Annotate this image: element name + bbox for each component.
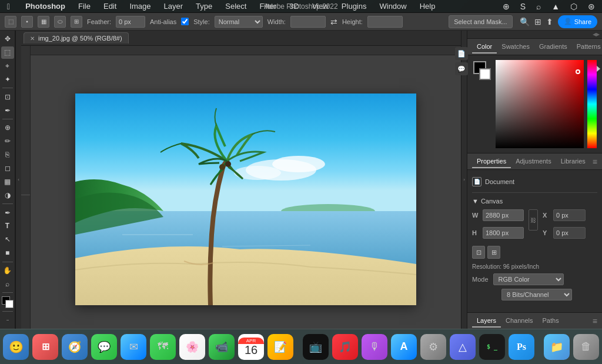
panel-search-icon[interactable]: 🔍 [520,17,530,26]
background-color-swatch[interactable] [479,68,491,80]
tool-dodge[interactable]: ◑ [1,189,14,201]
tab-patterns[interactable]: Patterns [572,41,602,54]
dock-messages[interactable]: 💬 [91,334,117,360]
mode-select[interactable]: RGB Color CMYK Color Grayscale Lab Color [493,273,564,285]
tool-path[interactable]: ↖ [1,233,14,246]
dock-finder[interactable]: 🙂 [3,334,29,360]
menu-edit[interactable]: Edit [101,1,119,11]
dock-calendar[interactable]: APR 16 [238,334,264,360]
dock-facetime[interactable]: 📹 [209,334,235,360]
toolbar-fg-color[interactable] [2,296,14,308]
tab-paths[interactable]: Paths [538,315,564,328]
height-input[interactable] [367,16,403,28]
dock-photos[interactable]: 🌸 [179,334,205,360]
dock-launchpad[interactable]: ⊞ [32,334,58,360]
dock-altimeter[interactable]: △ [450,334,476,360]
tool-pen[interactable]: ✒ [1,206,14,219]
anti-alias-checkbox[interactable] [181,18,189,25]
siri-icon[interactable]: S [518,1,528,12]
collapse-right-arrow[interactable]: › [461,31,467,329]
canvas-x-input[interactable] [553,209,586,221]
share-button[interactable]: 👤 Share [558,15,597,28]
layers-panel-menu-icon[interactable]: ≡ [593,316,597,326]
menu-select[interactable]: Select [223,1,249,11]
tool-shape-2[interactable]: ▦ [38,16,49,28]
tool-shape-4[interactable]: ⊞ [71,16,82,28]
canvas-width-input[interactable] [483,209,524,221]
bits-select[interactable]: 8 Bits/Channel 16 Bits/Channel 32 Bits/C… [501,289,572,300]
menu-help[interactable]: Help [417,1,438,11]
dock-appstore[interactable]: A [391,334,417,360]
dock-trash[interactable]: 🗑 [573,334,599,360]
canvas-area[interactable] [21,46,461,329]
tool-brush[interactable]: ✏ [1,135,14,148]
properties-panel-menu-icon[interactable]: ≡ [593,157,597,166]
tool-shape-1[interactable]: ▪ [21,16,33,28]
panel-comment-icon[interactable]: 💬 [455,62,468,75]
width-input[interactable] [290,16,326,28]
dock-downloads[interactable]: 📁 [544,334,570,360]
tool-move[interactable]: ✥ [1,33,14,45]
panel-cloud-icon[interactable]: ⬆ [546,17,553,26]
menu-plugins[interactable]: Plugins [339,1,369,11]
search-icon[interactable]: ⌕ [534,1,543,12]
tab-color[interactable]: Color [472,41,497,54]
canvas-section-header[interactable]: ▼ Canvas [472,198,597,205]
fg-bg-swatches[interactable] [472,60,492,85]
tab-layers[interactable]: Layers [472,315,501,328]
tab-adjustments[interactable]: Adjustments [511,155,556,168]
battery-icon[interactable]: ⬡ [568,1,580,12]
tab-properties[interactable]: Properties [472,155,511,168]
app-name[interactable]: Photoshop [23,1,68,11]
tool-lasso[interactable]: ⌖ [1,60,14,72]
toolbar-more[interactable]: ··· [1,314,14,326]
dock-maps[interactable]: 🗺 [150,334,176,360]
style-select[interactable]: Normal Fixed Ratio Fixed Size [215,16,263,28]
canvas-image[interactable] [75,93,416,305]
canvas-height-input[interactable] [483,227,524,239]
tool-heal[interactable]: ⊕ [1,122,14,134]
tool-shape[interactable]: ■ [1,247,14,259]
dock-photoshop[interactable]: Ps [509,334,534,360]
dock-music[interactable]: 🎵 [332,334,358,360]
tool-hand[interactable]: ✋ [1,265,14,277]
dock-terminal[interactable]: $ _ [479,334,505,360]
menu-layer[interactable]: Layer [162,1,186,11]
tab-close-icon[interactable]: ✕ [30,35,35,42]
tool-marquee[interactable]: ⬚ [1,46,14,59]
panel-layer-icon[interactable]: 📄 [455,47,468,60]
apple-menu[interactable]:  [5,1,12,12]
select-mask-button[interactable]: Select and Mask... [449,15,513,28]
canvas-y-input[interactable] [553,227,586,239]
fit-canvas-button[interactable]: ⊡ [472,246,485,259]
dock-systemprefs[interactable]: ⚙ [420,334,446,360]
document-tab[interactable]: ✕ img_20.jpg @ 50% (RGB/8#) [24,32,129,44]
dock-safari[interactable]: 🧭 [62,334,88,360]
tool-preset-icon[interactable]: ⬚ [5,16,16,28]
document-button[interactable]: 📄 Document [472,175,597,189]
feather-input[interactable] [116,16,145,28]
tool-type[interactable]: T [1,220,14,232]
tab-swatches[interactable]: Swatches [497,41,534,54]
color-spectrum-bar[interactable] [587,60,597,148]
tab-gradients[interactable]: Gradients [534,41,572,54]
dock-appletv[interactable]: 📺 [303,334,329,360]
color-gradient-picker[interactable] [496,60,584,148]
tool-zoom[interactable]: ⌕ [1,278,14,290]
tool-gradient[interactable]: ▦ [1,176,14,188]
tool-shape-3[interactable]: ⬭ [54,16,66,28]
tool-eyedropper[interactable]: ✒ [1,104,14,116]
control-center-icon[interactable]: ⊕ [500,1,512,12]
dock-mail[interactable]: ✉ [121,334,146,360]
menu-type[interactable]: Type [193,1,215,11]
menu-image[interactable]: Image [127,1,153,11]
tab-libraries[interactable]: Libraries [556,155,590,168]
collapse-left-arrow[interactable]: ‹ [15,31,21,329]
tool-clone[interactable]: ⎘ [1,149,14,161]
tool-crop[interactable]: ⊡ [1,91,14,103]
tool-magic-wand[interactable]: ✦ [1,74,14,86]
dock-notes[interactable]: 📝 [267,334,293,360]
fill-canvas-button[interactable]: ⊞ [487,246,500,259]
tab-channels[interactable]: Channels [501,315,537,328]
tool-eraser[interactable]: ◻ [1,162,14,175]
